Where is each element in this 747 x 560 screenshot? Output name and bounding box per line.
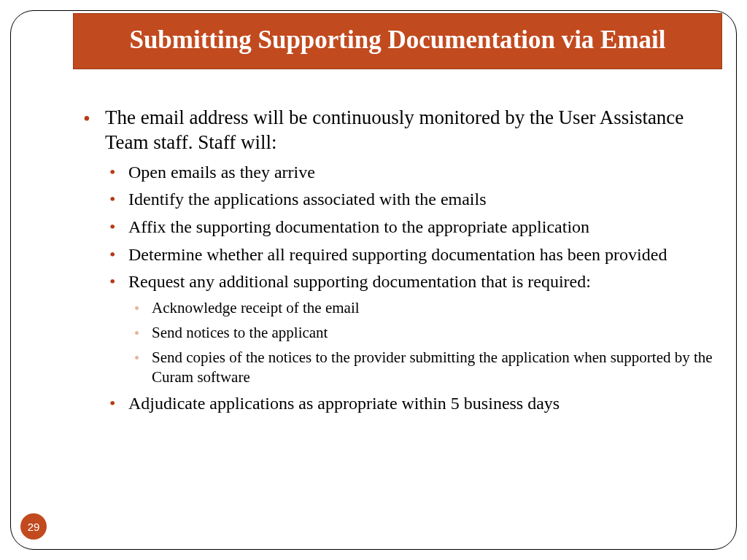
slide-content: The email address will be continuously m… bbox=[80, 106, 718, 420]
bullet-group-level3: Acknowledge receipt of the email Send no… bbox=[131, 298, 718, 388]
bullet-intro: The email address will be continuously m… bbox=[80, 106, 718, 155]
bullet-item: Adjudicate applications as appropriate w… bbox=[107, 392, 718, 415]
bullet-item: Request any additional supporting docume… bbox=[107, 271, 718, 293]
bullet-item: Open emails as they arrive bbox=[107, 161, 718, 184]
sub-bullet-item: Send copies of the notices to the provid… bbox=[131, 348, 718, 388]
sub-bullet-item: Send notices to the applicant bbox=[131, 323, 718, 343]
bullet-item: Affix the supporting documentation to th… bbox=[107, 216, 718, 238]
page-number-badge: 29 bbox=[20, 513, 47, 540]
slide-title: Submitting Supporting Documentation via … bbox=[73, 13, 722, 69]
bullet-item: Determine whether all required supportin… bbox=[107, 244, 718, 266]
bullet-group-level2: Open emails as they arrive Identify the … bbox=[107, 161, 718, 415]
sub-bullet-item: Acknowledge receipt of the email bbox=[131, 298, 718, 319]
bullet-item: Identify the applications associated wit… bbox=[107, 188, 718, 211]
